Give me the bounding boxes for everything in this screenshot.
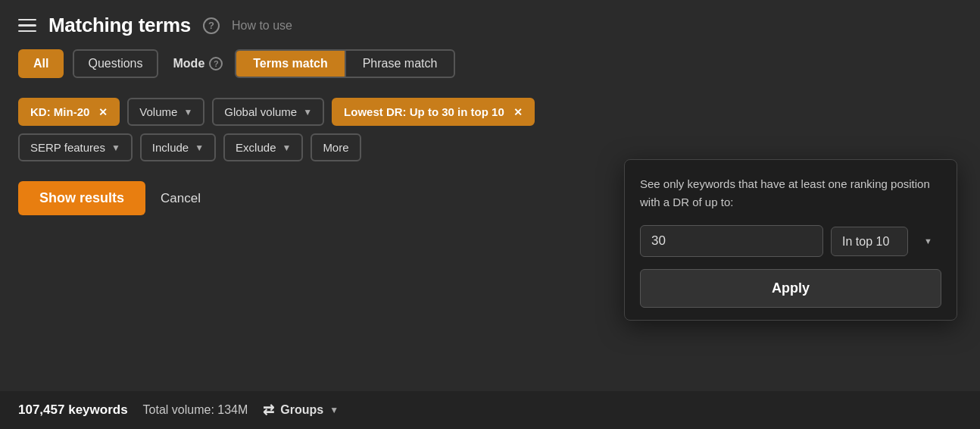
exclude-filter-chip[interactable]: Exclude ▼ bbox=[223, 133, 303, 161]
mode-phrase-match[interactable]: Phrase match bbox=[345, 51, 454, 77]
popover-inputs: In top 1 In top 3 In top 5 In top 10 In … bbox=[640, 225, 941, 257]
global-volume-chevron-icon: ▼ bbox=[303, 107, 312, 117]
mode-terms-match[interactable]: Terms match bbox=[236, 51, 344, 77]
mode-help-icon[interactable]: ? bbox=[209, 57, 223, 70]
lowest-dr-popover: See only keywords that have at least one… bbox=[624, 159, 957, 321]
volume-chevron-icon: ▼ bbox=[183, 107, 192, 117]
mode-label: Mode ? bbox=[173, 57, 223, 70]
show-results-button[interactable]: Show results bbox=[18, 181, 145, 215]
hamburger-menu[interactable] bbox=[18, 19, 36, 33]
kd-filter-chip[interactable]: KD: Min-20 ✕ bbox=[18, 98, 120, 126]
more-filter-chip[interactable]: More bbox=[311, 133, 360, 161]
tab-questions[interactable]: Questions bbox=[73, 49, 158, 78]
toolbar: All Questions Mode ? Terms match Phrase … bbox=[0, 49, 980, 90]
cancel-button[interactable]: Cancel bbox=[161, 191, 201, 206]
footer-bar: 107,457 keywords Total volume: 134M ⇄ Gr… bbox=[0, 391, 980, 429]
global-volume-filter-chip[interactable]: Global volume ▼ bbox=[212, 98, 324, 126]
in-top-select[interactable]: In top 1 In top 3 In top 5 In top 10 In … bbox=[831, 227, 908, 256]
popover-description: See only keywords that have at least one… bbox=[640, 175, 941, 211]
volume-filter-chip[interactable]: Volume ▼ bbox=[127, 98, 204, 126]
groups-icon: ⇄ bbox=[263, 402, 274, 418]
filters-row-1: KD: Min-20 ✕ Volume ▼ Global volume ▼ Lo… bbox=[0, 90, 980, 133]
page-title: Matching terms bbox=[48, 14, 191, 37]
keywords-count: 107,457 keywords bbox=[18, 402, 128, 418]
in-top-select-wrapper: In top 1 In top 3 In top 5 In top 10 In … bbox=[831, 227, 941, 256]
serp-features-chevron-icon: ▼ bbox=[111, 142, 120, 153]
lowest-dr-filter-chip[interactable]: Lowest DR: Up to 30 in top 10 ✕ bbox=[332, 98, 535, 126]
dr-value-input[interactable] bbox=[640, 225, 823, 257]
help-icon[interactable]: ? bbox=[203, 17, 220, 34]
groups-chevron-icon: ▼ bbox=[329, 405, 339, 415]
mode-group: Terms match Phrase match bbox=[235, 49, 455, 78]
groups-button[interactable]: ⇄ Groups ▼ bbox=[263, 402, 339, 418]
tab-all[interactable]: All bbox=[18, 49, 64, 78]
include-chevron-icon: ▼ bbox=[195, 142, 204, 153]
include-filter-chip[interactable]: Include ▼ bbox=[140, 133, 216, 161]
kd-close-icon[interactable]: ✕ bbox=[98, 106, 108, 118]
how-to-use-link[interactable]: How to use bbox=[232, 19, 292, 33]
serp-features-filter-chip[interactable]: SERP features ▼ bbox=[18, 133, 133, 161]
lowest-dr-close-icon[interactable]: ✕ bbox=[513, 106, 523, 118]
header: Matching terms ? How to use bbox=[0, 0, 980, 49]
apply-button[interactable]: Apply bbox=[640, 269, 941, 308]
exclude-chevron-icon: ▼ bbox=[282, 142, 291, 153]
total-volume: Total volume: 134M bbox=[143, 403, 248, 417]
